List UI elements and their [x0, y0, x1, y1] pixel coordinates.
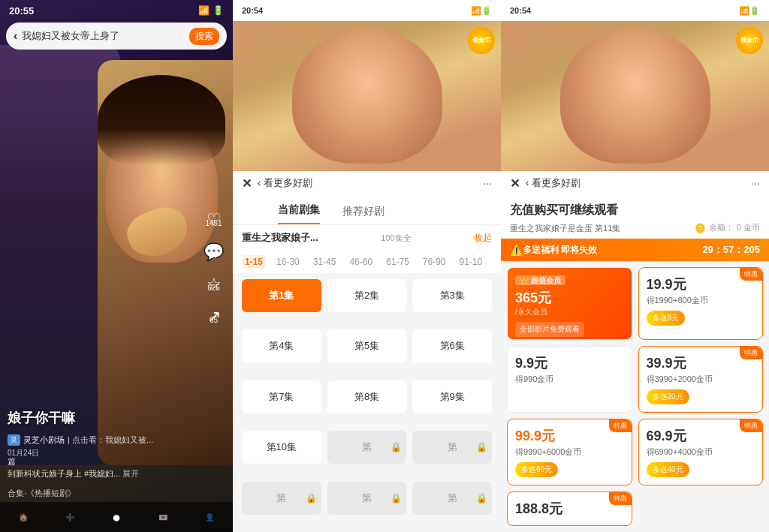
signal-icon: 📶 — [198, 5, 210, 16]
panel3-poster-face — [560, 29, 710, 164]
vip-price: 365元 — [515, 289, 624, 307]
author-badge: 灵 — [8, 434, 20, 446]
price-188-8: 188.8元 — [515, 500, 624, 518]
expand-button[interactable]: 展开 — [122, 469, 139, 478]
star-count: 625 — [207, 284, 222, 292]
episode-12-locked[interactable]: 第🔒 — [412, 431, 492, 464]
bottom-tag[interactable]: 合集·《热播短剧》 — [8, 488, 76, 499]
nav-follow[interactable]: ➕ — [65, 513, 74, 521]
card-9-9[interactable]: 9.9元 得990金币 — [507, 346, 632, 413]
panel3-status-icons: 📶🔋 — [739, 6, 760, 16]
countdown-text: 多送福利 即将失效 — [523, 244, 597, 257]
special-badge-69: 特惠 — [740, 419, 762, 432]
episode-2[interactable]: 第2集 — [327, 279, 407, 312]
bottom-nav: 🏠 ➕ ● 💌 👤 — [0, 502, 233, 532]
panel2-time: 20:54 — [242, 6, 263, 15]
episode-7[interactable]: 第7集 — [242, 380, 321, 413]
wifi-icon: 🔋 — [213, 5, 224, 16]
range-31-45[interactable]: 31-45 — [310, 255, 339, 269]
author-name: 灵芝小剧场 — [23, 434, 65, 446]
price-39-9: 39.9元 — [647, 354, 755, 372]
payment-title: 充值购买可继续观看 — [510, 203, 760, 218]
payment-panel: 20:54 📶🔋 领金币 ✕ ‹ 看更多好剧 ··· 充值购买可继续观看 重生之… — [501, 0, 769, 532]
more-btn-19-9[interactable]: 多送8元 — [647, 311, 686, 326]
poster-face — [292, 29, 442, 164]
panel3-more-options[interactable]: ··· — [751, 177, 760, 189]
coin-badge: 领金币 — [468, 27, 495, 54]
coin-icon: 🪙 — [695, 223, 706, 233]
close-button[interactable]: ✕ — [242, 176, 252, 191]
episode-count: 100集全 — [381, 233, 411, 244]
episode-range-bar: 1-15 16-30 31-45 46-60 61-75 76-90 91-10 — [233, 251, 501, 273]
episode-14-locked[interactable]: 第🔒 — [327, 482, 407, 515]
coins-99-9: 得9990+6000金币 — [515, 446, 624, 458]
special-badge-188: 特惠 — [609, 492, 632, 505]
episode-4[interactable]: 第4集 — [242, 329, 321, 362]
tab-recommend[interactable]: 推荐好剧 — [342, 205, 384, 224]
range-46-60[interactable]: 46-60 — [346, 255, 375, 269]
balance-info: 🪙 余额： 0 金币 — [695, 222, 760, 233]
like-action[interactable]: ♡ 1451 — [205, 210, 222, 227]
nav-profile[interactable]: 👤 — [205, 513, 214, 521]
balance-label: 余额： — [709, 222, 734, 233]
search-query[interactable]: 我媳妇又被女帝上身了 — [22, 29, 185, 43]
more-options[interactable]: ··· — [483, 177, 492, 189]
video-title: 娘子你干嘛 — [8, 409, 188, 427]
episode-8[interactable]: 第8集 — [327, 380, 407, 413]
episode-15-locked[interactable]: 第🔒 — [412, 482, 492, 515]
card-39-9[interactable]: 特惠 39.9元 得3990+2000金币 多送20元 — [638, 346, 764, 413]
episode-13-locked[interactable]: 第🔒 — [242, 482, 321, 515]
coins-39-9: 得3990+2000金币 — [647, 374, 755, 385]
episode-11-locked[interactable]: 第🔒 — [327, 431, 407, 464]
collect-button[interactable]: 收起 — [474, 232, 492, 245]
nav-record[interactable]: ● — [112, 509, 121, 526]
comment-action[interactable]: 💬 17 — [204, 242, 224, 260]
panel2-poster: 领金币 — [233, 21, 501, 171]
back-more-dramas[interactable]: ‹ 看更多好剧 — [258, 176, 312, 190]
video-description: 篇 到新科状元娘子身上 #我媳妇... 展开 — [8, 456, 225, 479]
episode-5[interactable]: 第5集 — [327, 329, 407, 362]
balance-value: 0 金币 — [737, 222, 760, 233]
warning-icon: ⚠️ — [510, 244, 523, 256]
tab-current-episode[interactable]: 当前剧集 — [278, 203, 320, 224]
price-99-9: 99.9元 — [515, 427, 624, 445]
vip-label: 👑 超值会员 — [515, 275, 624, 286]
range-61-75[interactable]: 61-75 — [383, 255, 412, 269]
range-91-10[interactable]: 91-10 — [457, 255, 486, 269]
panel3-back-more-dramas[interactable]: ‹ 看更多好剧 — [526, 176, 581, 190]
payment-info: 充值购买可继续观看 重生之我家娘子是金蛋 第11集 🪙 余额： 0 金币 — [501, 195, 769, 239]
range-76-90[interactable]: 76-90 — [420, 255, 449, 269]
like-count: 1451 — [205, 219, 222, 227]
episode-3[interactable]: 第3集 — [412, 279, 492, 312]
nav-home[interactable]: 🏠 — [19, 513, 28, 521]
episode-10[interactable]: 第10集 — [242, 431, 321, 464]
card-188-8[interactable]: 特惠 188.8元 — [507, 491, 632, 526]
episode-9[interactable]: 第9集 — [412, 380, 492, 413]
payment-cards: 👑 超值会员 365元 /永久会员 全部影片免费观看 特惠 19.9元 得199… — [501, 261, 769, 532]
range-1-15[interactable]: 1-15 — [242, 255, 266, 269]
star-action[interactable]: ☆ 625 — [207, 275, 222, 292]
panel3-time: 20:54 — [510, 6, 531, 15]
coins-19-9: 得1990+800金币 — [647, 295, 755, 306]
card-69-9[interactable]: 特惠 69.9元 得6990+4000金币 多送40元 — [638, 419, 764, 485]
author-suffix: | 点击看：我媳妇又被... — [68, 434, 153, 446]
more-btn-39-9[interactable]: 多送20元 — [647, 389, 689, 404]
range-16-30[interactable]: 16-30 — [273, 255, 303, 269]
more-btn-69-9[interactable]: 多送40元 — [647, 462, 689, 477]
episode-1[interactable]: 第1集 — [242, 279, 321, 312]
nav-message[interactable]: 💌 — [158, 513, 167, 521]
side-actions: ♡ 1451 💬 17 ☆ 625 ↗ 65 — [204, 210, 224, 324]
search-button[interactable]: 搜索 — [189, 28, 219, 45]
back-button[interactable]: ‹ — [14, 29, 17, 43]
card-19-9[interactable]: 特惠 19.9元 得1990+800金币 多送8元 — [638, 267, 764, 340]
episode-6[interactable]: 第6集 — [412, 329, 492, 362]
drama-title: 重生之我家娘子... — [242, 231, 318, 245]
special-badge: 特惠 — [740, 268, 762, 281]
character-hair — [98, 75, 225, 165]
more-btn-99-9[interactable]: 多送60元 — [515, 462, 558, 477]
panel3-close-button[interactable]: ✕ — [510, 176, 520, 191]
card-99-9[interactable]: 特惠 99.9元 得9990+6000金币 多送60元 — [507, 419, 632, 485]
special-badge-99: 特惠 — [609, 419, 632, 432]
share-action[interactable]: ↗ 65 — [207, 307, 221, 324]
vip-card[interactable]: 👑 超值会员 365元 /永久会员 全部影片免费观看 — [507, 267, 632, 340]
